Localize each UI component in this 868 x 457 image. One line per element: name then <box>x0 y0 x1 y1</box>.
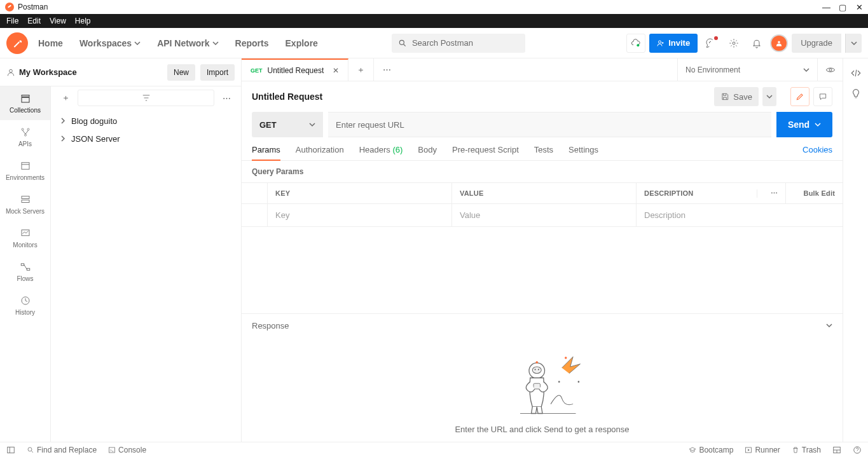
upgrade-dropdown[interactable] <box>845 34 862 53</box>
col-key: KEY <box>267 183 451 203</box>
environment-quicklook[interactable] <box>817 58 843 81</box>
params-row[interactable]: Key Value Description <box>242 204 843 227</box>
menu-edit[interactable]: Edit <box>27 17 41 25</box>
subtab-headers[interactable]: Headers (6) <box>359 145 403 160</box>
chevron-right-icon <box>60 118 66 124</box>
minimize-button[interactable]: — <box>822 3 830 12</box>
params-options-button[interactable]: ⋯ <box>771 189 778 198</box>
save-button[interactable]: Save <box>714 87 759 106</box>
svg-point-6 <box>10 69 13 72</box>
rail-flows[interactable]: Flows <box>0 255 50 289</box>
menu-help[interactable]: Help <box>75 17 91 25</box>
new-button[interactable]: New <box>167 64 195 81</box>
subtab-authorization[interactable]: Authorization <box>296 145 344 160</box>
menu-view[interactable]: View <box>50 17 66 25</box>
bootcamp-button[interactable]: Bootcamp <box>689 446 733 454</box>
close-window-button[interactable]: ✕ <box>855 3 863 12</box>
brand-icon[interactable] <box>6 32 28 54</box>
help-button[interactable] <box>853 446 862 454</box>
menu-file[interactable]: File <box>6 17 18 25</box>
subtab-prerequest[interactable]: Pre-request Script <box>452 145 519 160</box>
sidebar-toggle[interactable] <box>6 446 15 454</box>
nav-workspaces[interactable]: Workspaces <box>73 38 147 48</box>
rail-history[interactable]: History <box>0 289 50 322</box>
svg-point-27 <box>537 369 539 370</box>
import-button[interactable]: Import <box>200 64 235 81</box>
svg-rect-28 <box>534 383 541 389</box>
col-value: VALUE <box>451 183 636 203</box>
capture-button[interactable] <box>701 34 720 53</box>
request-tab[interactable]: GET Untitled Request ✕ <box>242 58 348 81</box>
svg-point-11 <box>24 134 26 136</box>
global-search[interactable]: Search Postman <box>392 34 525 53</box>
layout-button[interactable] <box>832 446 841 454</box>
url-input[interactable]: Enter request URL <box>328 112 771 137</box>
subtab-body[interactable]: Body <box>418 145 437 160</box>
left-rail: Collections APIs Environments Mock Serve… <box>0 86 51 442</box>
nav-home[interactable]: Home <box>32 38 69 48</box>
pencil-icon <box>796 92 804 101</box>
rail-monitors[interactable]: Monitors <box>0 221 50 255</box>
code-snippet-button[interactable] <box>850 67 862 79</box>
save-dropdown[interactable] <box>762 87 776 106</box>
environment-selector[interactable]: No Environment <box>677 58 817 81</box>
cookies-link[interactable]: Cookies <box>803 145 832 160</box>
find-replace-button[interactable]: Find and Replace <box>27 446 97 454</box>
request-subtabs: Params Authorization Headers (6) Body Pr… <box>242 137 843 161</box>
key-input[interactable]: Key <box>267 204 451 226</box>
trash-button[interactable]: Trash <box>792 446 821 454</box>
add-tab-button[interactable]: ＋ <box>348 58 374 81</box>
play-icon <box>745 446 752 454</box>
add-collection-button[interactable]: ＋ <box>57 90 74 106</box>
user-avatar[interactable] <box>770 34 788 52</box>
upgrade-button[interactable]: Upgrade <box>792 34 841 53</box>
bulk-edit-button[interactable]: Bulk Edit <box>785 183 843 203</box>
chevron-down-icon <box>815 121 821 128</box>
method-selector[interactable]: GET <box>252 112 323 137</box>
tree-item[interactable]: JSON Server <box>51 130 241 147</box>
runner-button[interactable]: Runner <box>745 446 780 454</box>
tab-more-button[interactable]: ⋯ <box>374 58 399 81</box>
chevron-down-icon <box>212 40 219 46</box>
tree-item[interactable]: Blog doguito <box>51 112 241 130</box>
params-table: KEY VALUE DESCRIPTION ⋯ Bulk Edit Key Va… <box>242 182 843 227</box>
rail-mock-servers[interactable]: Mock Servers <box>0 188 50 221</box>
nav-explore[interactable]: Explore <box>279 38 324 48</box>
console-button[interactable]: Console <box>108 446 146 454</box>
cloud-icon <box>631 38 641 48</box>
url-row: GET Enter request URL Send <box>242 112 843 137</box>
rail-environments[interactable]: Environments <box>0 154 50 188</box>
notifications-button[interactable] <box>747 34 766 53</box>
console-icon <box>108 446 116 454</box>
settings-button[interactable] <box>724 34 743 53</box>
workspace-header: My Workspace New Import <box>0 58 242 86</box>
comment-button[interactable] <box>813 87 832 106</box>
sync-button[interactable] <box>626 34 645 53</box>
svg-rect-16 <box>21 264 24 266</box>
filter-icon <box>142 93 151 102</box>
close-tab-button[interactable]: ✕ <box>333 66 339 75</box>
chevron-down-icon <box>134 40 141 46</box>
sidebar-more-button[interactable]: ⋯ <box>218 90 235 106</box>
request-title[interactable]: Untitled Request <box>252 92 322 102</box>
chevron-down-icon[interactable] <box>826 322 832 329</box>
rail-apis[interactable]: APIs <box>0 120 50 154</box>
value-input[interactable]: Value <box>451 204 636 226</box>
rail-collections[interactable]: Collections <box>0 86 50 120</box>
desc-input[interactable]: Description <box>636 204 843 226</box>
tabbar: GET Untitled Request ✕ ＋ ⋯ No Environmen… <box>242 58 843 81</box>
subtab-params[interactable]: Params <box>252 145 280 161</box>
subtab-settings[interactable]: Settings <box>568 145 598 160</box>
nav-reports[interactable]: Reports <box>229 38 275 48</box>
subtab-tests[interactable]: Tests <box>534 145 553 160</box>
filter-button[interactable] <box>78 90 214 106</box>
workspace-title[interactable]: My Workspace <box>6 67 162 77</box>
app-icon <box>5 3 14 11</box>
nav-api-network[interactable]: API Network <box>151 38 224 48</box>
edit-button[interactable] <box>790 87 809 106</box>
invite-button[interactable]: Invite <box>649 34 698 53</box>
svg-point-1 <box>637 44 639 46</box>
info-button[interactable] <box>850 88 862 99</box>
send-button[interactable]: Send <box>776 112 832 137</box>
maximize-button[interactable]: ▢ <box>839 3 846 12</box>
